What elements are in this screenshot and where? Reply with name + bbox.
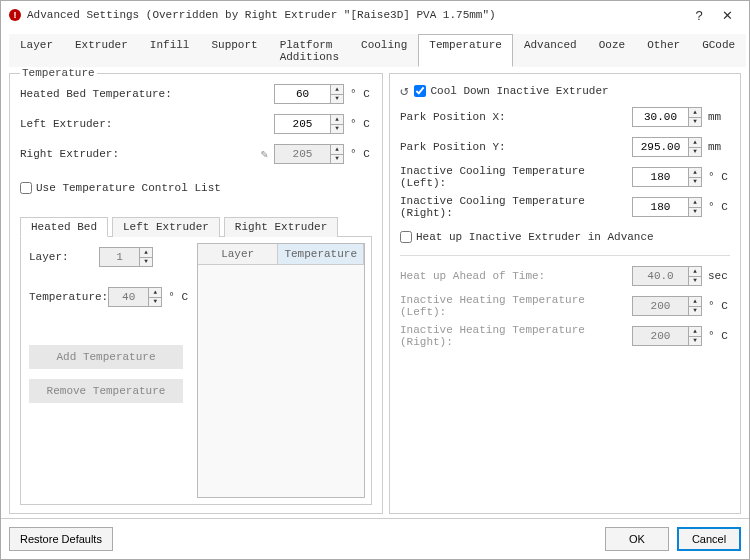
spin-down-icon[interactable]: ▼ bbox=[689, 117, 701, 127]
tcl-layer-input bbox=[99, 247, 139, 267]
tcl-layer-spinner: ▲▼ bbox=[99, 247, 153, 267]
heated-bed-label: Heated Bed Temperature: bbox=[20, 88, 274, 100]
main-tabs: LayerExtruderInfillSupportPlatform Addit… bbox=[9, 33, 741, 67]
tab-ooze[interactable]: Ooze bbox=[588, 34, 636, 67]
tab-layer[interactable]: Layer bbox=[9, 34, 64, 67]
spin-down-icon: ▼ bbox=[689, 336, 701, 346]
heatup-checkbox[interactable] bbox=[400, 231, 412, 243]
ict-left-spinner[interactable]: ▲▼ bbox=[632, 167, 702, 187]
app-icon: ! bbox=[9, 9, 21, 21]
use-tcl-label: Use Temperature Control List bbox=[36, 182, 221, 194]
right-extruder-spinner: ▲▼ bbox=[274, 144, 344, 164]
spin-up-icon: ▲ bbox=[149, 288, 161, 297]
tcl-temp-spinner: ▲▼ bbox=[108, 287, 162, 307]
unit-degc: ° C bbox=[708, 171, 730, 183]
tcl-tab-left-extruder[interactable]: Left Extruder bbox=[112, 217, 220, 237]
iht-right-label: Inactive Heating Temperature (Right): bbox=[400, 324, 632, 348]
close-button[interactable]: ✕ bbox=[713, 8, 741, 23]
spin-up-icon[interactable]: ▲ bbox=[689, 138, 701, 147]
spin-up-icon: ▲ bbox=[331, 145, 343, 154]
spin-up-icon[interactable]: ▲ bbox=[689, 198, 701, 207]
iht-right-spinner: ▲▼ bbox=[632, 326, 702, 346]
spin-up-icon[interactable]: ▲ bbox=[331, 85, 343, 94]
spin-down-icon[interactable]: ▼ bbox=[331, 94, 343, 104]
tab-temperature[interactable]: Temperature bbox=[418, 34, 513, 67]
tcl-col-temperature[interactable]: Temperature bbox=[278, 244, 364, 265]
iht-right-input bbox=[632, 326, 688, 346]
ict-right-label: Inactive Cooling Temperature (Right): bbox=[400, 195, 632, 219]
right-extruder-label: Right Extruder: bbox=[20, 148, 261, 160]
unit-degc: ° C bbox=[708, 300, 730, 312]
ict-right-spinner[interactable]: ▲▼ bbox=[632, 197, 702, 217]
unit-sec: sec bbox=[708, 270, 730, 282]
spin-up-icon: ▲ bbox=[689, 267, 701, 276]
footer: Restore Defaults OK Cancel bbox=[1, 518, 749, 559]
spin-up-icon[interactable]: ▲ bbox=[689, 108, 701, 117]
spin-down-icon: ▼ bbox=[689, 276, 701, 286]
heated-bed-spinner[interactable]: ▲▼ bbox=[274, 84, 344, 104]
tab-other[interactable]: Other bbox=[636, 34, 691, 67]
park-y-label: Park Position Y: bbox=[400, 141, 632, 153]
tab-support[interactable]: Support bbox=[200, 34, 268, 67]
use-tcl-checkbox[interactable] bbox=[20, 182, 32, 194]
unit-degc: ° C bbox=[350, 118, 372, 130]
window-title: Advanced Settings (Overridden by Right E… bbox=[27, 9, 496, 21]
advanced-settings-dialog: ! Advanced Settings (Overridden by Right… bbox=[0, 0, 750, 560]
cancel-button[interactable]: Cancel bbox=[677, 527, 741, 551]
park-y-input[interactable] bbox=[632, 137, 688, 157]
tcl-col-layer[interactable]: Layer bbox=[198, 244, 278, 265]
spin-down-icon[interactable]: ▼ bbox=[689, 207, 701, 217]
park-y-spinner[interactable]: ▲▼ bbox=[632, 137, 702, 157]
spin-down-icon[interactable]: ▼ bbox=[331, 124, 343, 134]
tab-infill[interactable]: Infill bbox=[139, 34, 201, 67]
ict-right-input[interactable] bbox=[632, 197, 688, 217]
park-x-spinner[interactable]: ▲▼ bbox=[632, 107, 702, 127]
spin-up-icon[interactable]: ▲ bbox=[331, 115, 343, 124]
unit-degc: ° C bbox=[350, 88, 372, 100]
spin-up-icon: ▲ bbox=[140, 248, 152, 257]
heat-ahead-spinner: ▲▼ bbox=[632, 266, 702, 286]
pencil-icon[interactable]: ✎ bbox=[261, 147, 268, 162]
spin-down-icon: ▼ bbox=[689, 306, 701, 316]
iht-left-spinner: ▲▼ bbox=[632, 296, 702, 316]
iht-left-label: Inactive Heating Temperature (Left): bbox=[400, 294, 632, 318]
tab-advanced[interactable]: Advanced bbox=[513, 34, 588, 67]
tab-cooling[interactable]: Cooling bbox=[350, 34, 418, 67]
reset-icon[interactable]: ↺ bbox=[400, 82, 408, 99]
spin-up-icon[interactable]: ▲ bbox=[689, 168, 701, 177]
titlebar: ! Advanced Settings (Overridden by Right… bbox=[1, 1, 749, 29]
tcl-temp-label: Temperature: bbox=[29, 291, 108, 303]
temperature-group: Temperature Heated Bed Temperature: ▲▼ °… bbox=[9, 73, 383, 514]
spin-down-icon[interactable]: ▼ bbox=[689, 177, 701, 187]
remove-temperature-button[interactable]: Remove Temperature bbox=[29, 379, 183, 403]
iht-left-input bbox=[632, 296, 688, 316]
tcl-table: Layer Temperature bbox=[197, 243, 365, 498]
left-extruder-input[interactable] bbox=[274, 114, 330, 134]
tcl-layer-label: Layer: bbox=[29, 251, 99, 263]
tcl-body: Layer: ▲▼ Temperature: ▲▼ ° C bbox=[20, 237, 372, 505]
restore-defaults-button[interactable]: Restore Defaults bbox=[9, 527, 113, 551]
spin-down-icon[interactable]: ▼ bbox=[689, 147, 701, 157]
park-x-input[interactable] bbox=[632, 107, 688, 127]
unit-mm: mm bbox=[708, 111, 730, 123]
unit-degc: ° C bbox=[708, 201, 730, 213]
tab-gcode[interactable]: GCode bbox=[691, 34, 746, 67]
heated-bed-input[interactable] bbox=[274, 84, 330, 104]
tab-platform-additions[interactable]: Platform Additions bbox=[269, 34, 350, 67]
spin-down-icon: ▼ bbox=[149, 297, 161, 307]
help-button[interactable]: ? bbox=[685, 8, 713, 23]
ict-left-input[interactable] bbox=[632, 167, 688, 187]
tcl-tab-heated-bed[interactable]: Heated Bed bbox=[20, 217, 108, 237]
tcl-tab-right-extruder[interactable]: Right Extruder bbox=[224, 217, 338, 237]
add-temperature-button[interactable]: Add Temperature bbox=[29, 345, 183, 369]
spin-up-icon: ▲ bbox=[689, 327, 701, 336]
heatup-label: Heat up Inactive Extruder in Advance bbox=[416, 231, 654, 243]
unit-degc: ° C bbox=[168, 291, 190, 303]
park-x-label: Park Position X: bbox=[400, 111, 632, 123]
ok-button[interactable]: OK bbox=[605, 527, 669, 551]
cooldown-checkbox[interactable] bbox=[414, 85, 426, 97]
tcl-tabs: Heated BedLeft ExtruderRight Extruder bbox=[20, 216, 372, 237]
cooldown-label: Cool Down Inactive Extruder bbox=[430, 85, 608, 97]
left-extruder-spinner[interactable]: ▲▼ bbox=[274, 114, 344, 134]
tab-extruder[interactable]: Extruder bbox=[64, 34, 139, 67]
